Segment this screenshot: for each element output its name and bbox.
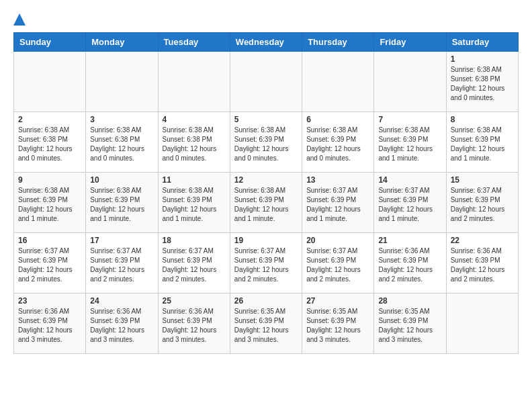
calendar-cell: 16Sunrise: 6:37 AM Sunset: 6:39 PM Dayli… <box>14 233 86 293</box>
day-number: 13 <box>306 175 369 185</box>
day-info: Sunrise: 6:38 AM Sunset: 6:38 PM Dayligh… <box>18 126 81 163</box>
day-info: Sunrise: 6:38 AM Sunset: 6:39 PM Dayligh… <box>163 186 226 224</box>
day-info: Sunrise: 6:37 AM Sunset: 6:39 PM Dayligh… <box>90 246 153 284</box>
calendar-cell: 21Sunrise: 6:36 AM Sunset: 6:39 PM Dayli… <box>374 233 446 293</box>
day-info: Sunrise: 6:37 AM Sunset: 6:39 PM Dayligh… <box>378 186 441 224</box>
calendar-cell: 25Sunrise: 6:36 AM Sunset: 6:39 PM Dayli… <box>158 293 230 354</box>
calendar-week-2: 2Sunrise: 6:38 AM Sunset: 6:38 PM Daylig… <box>14 112 519 173</box>
day-info: Sunrise: 6:38 AM Sunset: 6:39 PM Dayligh… <box>18 186 81 224</box>
day-info: Sunrise: 6:35 AM Sunset: 6:39 PM Dayligh… <box>378 307 441 345</box>
day-number: 23 <box>18 296 81 306</box>
calendar-week-4: 16Sunrise: 6:37 AM Sunset: 6:39 PM Dayli… <box>14 233 519 293</box>
header-monday: Monday <box>86 33 158 52</box>
calendar-cell: 18Sunrise: 6:37 AM Sunset: 6:39 PM Dayli… <box>158 233 230 293</box>
day-number: 26 <box>234 296 298 306</box>
day-info: Sunrise: 6:36 AM Sunset: 6:39 PM Dayligh… <box>163 307 226 345</box>
logo <box>13 13 26 26</box>
calendar-cell <box>302 52 374 112</box>
calendar-cell: 11Sunrise: 6:38 AM Sunset: 6:39 PM Dayli… <box>158 173 230 233</box>
header-sunday: Sunday <box>14 33 86 52</box>
day-number: 8 <box>451 115 514 124</box>
calendar-cell <box>86 52 158 112</box>
calendar-week-3: 9Sunrise: 6:38 AM Sunset: 6:39 PM Daylig… <box>14 173 519 233</box>
day-info: Sunrise: 6:38 AM Sunset: 6:39 PM Dayligh… <box>306 126 369 163</box>
calendar-cell: 28Sunrise: 6:35 AM Sunset: 6:39 PM Dayli… <box>374 293 446 354</box>
logo-icon <box>13 13 26 26</box>
day-number: 21 <box>378 236 441 245</box>
day-info: Sunrise: 6:36 AM Sunset: 6:39 PM Dayligh… <box>90 307 153 345</box>
day-info: Sunrise: 6:37 AM Sunset: 6:39 PM Dayligh… <box>163 246 226 284</box>
day-info: Sunrise: 6:35 AM Sunset: 6:39 PM Dayligh… <box>234 307 298 345</box>
calendar-cell: 10Sunrise: 6:38 AM Sunset: 6:39 PM Dayli… <box>86 173 158 233</box>
day-number: 24 <box>90 296 153 306</box>
calendar-cell <box>446 293 518 354</box>
day-number: 14 <box>378 175 441 185</box>
day-number: 25 <box>163 296 226 306</box>
day-number: 5 <box>234 115 298 124</box>
calendar-cell <box>374 52 446 112</box>
day-number: 16 <box>18 236 81 245</box>
day-info: Sunrise: 6:37 AM Sunset: 6:39 PM Dayligh… <box>451 186 514 224</box>
calendar-cell: 15Sunrise: 6:37 AM Sunset: 6:39 PM Dayli… <box>446 173 518 233</box>
day-info: Sunrise: 6:37 AM Sunset: 6:39 PM Dayligh… <box>306 186 369 224</box>
day-number: 3 <box>90 115 153 124</box>
header-wednesday: Wednesday <box>230 33 302 52</box>
header-saturday: Saturday <box>446 33 518 52</box>
day-info: Sunrise: 6:38 AM Sunset: 6:38 PM Dayligh… <box>451 65 514 103</box>
day-info: Sunrise: 6:37 AM Sunset: 6:39 PM Dayligh… <box>306 246 369 284</box>
day-info: Sunrise: 6:37 AM Sunset: 6:39 PM Dayligh… <box>234 246 298 284</box>
day-number: 17 <box>90 236 153 245</box>
calendar-cell: 9Sunrise: 6:38 AM Sunset: 6:39 PM Daylig… <box>14 173 86 233</box>
day-info: Sunrise: 6:35 AM Sunset: 6:39 PM Dayligh… <box>306 307 369 345</box>
day-number: 4 <box>163 115 226 124</box>
calendar-cell <box>230 52 302 112</box>
calendar-cell: 4Sunrise: 6:38 AM Sunset: 6:38 PM Daylig… <box>158 112 230 173</box>
day-info: Sunrise: 6:38 AM Sunset: 6:39 PM Dayligh… <box>234 186 298 224</box>
page-header <box>13 13 519 26</box>
day-number: 7 <box>378 115 441 124</box>
calendar-table: SundayMondayTuesdayWednesdayThursdayFrid… <box>13 32 519 354</box>
calendar-cell: 17Sunrise: 6:37 AM Sunset: 6:39 PM Dayli… <box>86 233 158 293</box>
calendar-cell <box>14 52 86 112</box>
day-info: Sunrise: 6:38 AM Sunset: 6:39 PM Dayligh… <box>90 186 153 224</box>
calendar-cell: 2Sunrise: 6:38 AM Sunset: 6:38 PM Daylig… <box>14 112 86 173</box>
day-number: 6 <box>306 115 369 124</box>
day-info: Sunrise: 6:38 AM Sunset: 6:39 PM Dayligh… <box>234 126 298 163</box>
calendar-cell: 3Sunrise: 6:38 AM Sunset: 6:38 PM Daylig… <box>86 112 158 173</box>
day-number: 28 <box>378 296 441 306</box>
day-info: Sunrise: 6:38 AM Sunset: 6:39 PM Dayligh… <box>378 126 441 163</box>
calendar-cell: 12Sunrise: 6:38 AM Sunset: 6:39 PM Dayli… <box>230 173 302 233</box>
calendar-cell: 26Sunrise: 6:35 AM Sunset: 6:39 PM Dayli… <box>230 293 302 354</box>
day-number: 18 <box>163 236 226 245</box>
calendar-header-row: SundayMondayTuesdayWednesdayThursdayFrid… <box>14 33 519 52</box>
day-number: 22 <box>451 236 514 245</box>
day-number: 1 <box>451 54 514 64</box>
header-tuesday: Tuesday <box>158 33 230 52</box>
calendar-cell: 7Sunrise: 6:38 AM Sunset: 6:39 PM Daylig… <box>374 112 446 173</box>
day-number: 11 <box>163 175 226 185</box>
day-number: 2 <box>18 115 81 124</box>
calendar-cell: 20Sunrise: 6:37 AM Sunset: 6:39 PM Dayli… <box>302 233 374 293</box>
calendar-cell: 5Sunrise: 6:38 AM Sunset: 6:39 PM Daylig… <box>230 112 302 173</box>
day-info: Sunrise: 6:38 AM Sunset: 6:38 PM Dayligh… <box>163 126 226 163</box>
calendar-cell: 22Sunrise: 6:36 AM Sunset: 6:39 PM Dayli… <box>446 233 518 293</box>
calendar-cell <box>158 52 230 112</box>
calendar-cell: 14Sunrise: 6:37 AM Sunset: 6:39 PM Dayli… <box>374 173 446 233</box>
day-number: 9 <box>18 175 81 185</box>
calendar-cell: 23Sunrise: 6:36 AM Sunset: 6:39 PM Dayli… <box>14 293 86 354</box>
day-number: 27 <box>306 296 369 306</box>
day-info: Sunrise: 6:36 AM Sunset: 6:39 PM Dayligh… <box>451 246 514 284</box>
day-info: Sunrise: 6:38 AM Sunset: 6:38 PM Dayligh… <box>90 126 153 163</box>
calendar-cell: 27Sunrise: 6:35 AM Sunset: 6:39 PM Dayli… <box>302 293 374 354</box>
calendar-cell: 8Sunrise: 6:38 AM Sunset: 6:39 PM Daylig… <box>446 112 518 173</box>
day-number: 20 <box>306 236 369 245</box>
day-info: Sunrise: 6:37 AM Sunset: 6:39 PM Dayligh… <box>18 246 81 284</box>
calendar-week-1: 1Sunrise: 6:38 AM Sunset: 6:38 PM Daylig… <box>14 52 519 112</box>
header-friday: Friday <box>374 33 446 52</box>
svg-marker-0 <box>13 13 26 26</box>
calendar-cell: 13Sunrise: 6:37 AM Sunset: 6:39 PM Dayli… <box>302 173 374 233</box>
day-number: 12 <box>234 175 298 185</box>
day-number: 10 <box>90 175 153 185</box>
calendar-cell: 24Sunrise: 6:36 AM Sunset: 6:39 PM Dayli… <box>86 293 158 354</box>
day-info: Sunrise: 6:36 AM Sunset: 6:39 PM Dayligh… <box>18 307 81 345</box>
